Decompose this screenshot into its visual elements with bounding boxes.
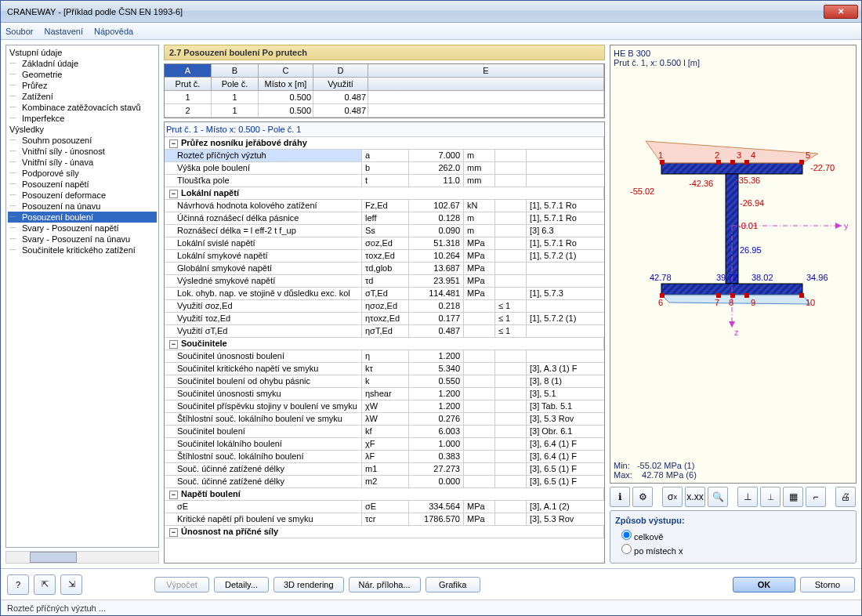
section-icon[interactable]: ⊥ bbox=[737, 487, 758, 507]
detail-row[interactable]: Globální smykové napětíτd,glob13.687MPa bbox=[165, 263, 604, 275]
calculate-button[interactable]: Výpočet bbox=[154, 577, 209, 592]
cancel-button[interactable]: Storno bbox=[800, 577, 855, 592]
detail-row[interactable]: Štíhlostní souč. lokálního bouleníλF0.38… bbox=[165, 451, 604, 463]
tree-item[interactable]: Vnitřní síly - únosnost bbox=[8, 146, 157, 157]
output-mode-byloc[interactable]: po místech x bbox=[621, 544, 851, 556]
group-header[interactable]: −Průřez nosníku jeřábové dráhy bbox=[165, 137, 604, 150]
column-header[interactable]: Místo x [m] bbox=[259, 78, 313, 91]
column-header[interactable] bbox=[368, 78, 604, 91]
detail-row[interactable]: Součinitel bouleníkf6.003[3] Obr. 6.1 bbox=[165, 426, 604, 438]
detail-row[interactable]: Tloušťka polet11.0mm bbox=[165, 175, 604, 187]
detail-row[interactable]: Výsledné smykové napětíτd23.951MPa bbox=[165, 275, 604, 288]
tree-item[interactable]: Průřez bbox=[8, 80, 157, 91]
svg-text:-22.70: -22.70 bbox=[810, 163, 835, 172]
tree-item[interactable]: Posouzení napětí bbox=[8, 179, 157, 190]
column-header[interactable]: Využití bbox=[313, 78, 368, 91]
detail-row[interactable]: Součinitel únosnosti smykuηshear1.200[3]… bbox=[165, 388, 604, 400]
info-icon[interactable]: ℹ bbox=[610, 487, 630, 507]
export-icon[interactable]: ⇲ bbox=[60, 574, 82, 595]
help-icon[interactable]: ? bbox=[7, 574, 29, 595]
tree-input-root[interactable]: Vstupní údaje bbox=[8, 47, 157, 58]
detail-row[interactable]: Využití τoz,Edητoxz,Ed0.177≤ 1[1], 5.7.2… bbox=[165, 313, 604, 325]
tree-item[interactable]: Posouzení boulení bbox=[8, 212, 157, 223]
values-icon[interactable]: x.xx bbox=[685, 487, 705, 507]
table-row[interactable]: 210.5000.487 bbox=[165, 104, 604, 118]
detail-row[interactable]: Návrhová hodnota kolového zatíženíFz,Ed1… bbox=[165, 200, 604, 212]
output-mode-total[interactable]: celkově bbox=[621, 530, 851, 542]
annex-button[interactable]: Nár. příloha... bbox=[349, 577, 421, 592]
detail-row[interactable]: Účinná roznášecí délka pásniceleff0.128m… bbox=[165, 212, 604, 225]
tree-results-root[interactable]: Výsledky bbox=[8, 124, 157, 135]
column-letter[interactable]: C bbox=[259, 64, 313, 78]
column-letter[interactable]: B bbox=[212, 64, 259, 78]
detail-row[interactable]: Součinitel příspěvku stojiny v boulení v… bbox=[165, 400, 604, 413]
tree-item[interactable]: Vnitřní síly - únava bbox=[8, 157, 157, 168]
tree-item[interactable]: Kombinace zatěžovacích stavů bbox=[8, 102, 157, 113]
sigma-icon[interactable]: σx bbox=[662, 487, 683, 507]
section-viewer[interactable]: HE B 300 Prut č. 1, x: 0.500 l [m] bbox=[610, 45, 857, 484]
column-letter[interactable]: E bbox=[368, 64, 604, 78]
tree-item[interactable]: Posouzení deformace bbox=[8, 190, 157, 201]
search-icon[interactable]: 🔍 bbox=[708, 487, 728, 507]
detail-row[interactable]: Součinitel boulení od ohybu pásnick0.550… bbox=[165, 375, 604, 388]
svg-marker-2 bbox=[646, 141, 818, 163]
menu-help[interactable]: Nápověda bbox=[94, 27, 133, 36]
detail-row[interactable]: Součinitel kritického napětí ve smykukτ5… bbox=[165, 363, 604, 375]
detail-row[interactable]: Lok. ohyb. nap. ve stojině v důsledku ex… bbox=[165, 288, 604, 300]
svg-text:2: 2 bbox=[715, 150, 719, 160]
import-icon[interactable]: ⇱ bbox=[34, 574, 56, 595]
tree-item[interactable]: Podporové síly bbox=[8, 168, 157, 179]
detail-row[interactable]: Rozteč příčných výztuha7.000m bbox=[165, 150, 604, 162]
tree-item[interactable]: Posouzení na únavu bbox=[8, 201, 157, 212]
ok-button[interactable]: OK bbox=[733, 577, 795, 592]
tree-item[interactable]: Geometrie bbox=[8, 69, 157, 80]
tree-item[interactable]: Svary - Posouzení na únavu bbox=[8, 234, 157, 245]
detail-row[interactable]: Štíhlostní souč. lokálního boulení ve sm… bbox=[165, 413, 604, 426]
detail-row[interactable]: Kritické napětí při boulení ve smykuτcr1… bbox=[165, 513, 604, 526]
tree-horizontal-scrollbar[interactable] bbox=[5, 551, 159, 563]
tree-item[interactable]: Svary - Posouzení napětí bbox=[8, 223, 157, 234]
axes-icon[interactable]: ⌐ bbox=[806, 487, 826, 507]
render3d-button[interactable]: 3D rendering bbox=[273, 577, 344, 592]
tree-item[interactable]: Součinitele kritického zatížení bbox=[8, 245, 157, 255]
detail-row[interactable]: Lokální svislé napětíσoz,Ed51.318MPa[1],… bbox=[165, 237, 604, 250]
tree-item[interactable]: Základní údaje bbox=[8, 58, 157, 69]
tree-item[interactable]: Zatížení bbox=[8, 91, 157, 102]
svg-text:6: 6 bbox=[658, 298, 663, 307]
column-letter[interactable]: D bbox=[313, 64, 368, 78]
svg-text:38.02: 38.02 bbox=[752, 273, 773, 282]
menu-settings[interactable]: Nastavení bbox=[44, 27, 83, 36]
detail-row[interactable]: Lokální smykové napětíτoxz,Ed10.264MPa[1… bbox=[165, 250, 604, 263]
column-header[interactable]: Prut č. bbox=[165, 78, 212, 91]
stress-icon[interactable]: ⚙ bbox=[632, 487, 653, 507]
svg-text:42.78: 42.78 bbox=[650, 273, 672, 282]
group-header[interactable]: −Součinitele bbox=[165, 338, 604, 350]
column-letter[interactable]: A bbox=[165, 64, 212, 78]
group-header[interactable]: −Únosnost na příčné síly bbox=[165, 526, 604, 538]
tree-item[interactable]: Imperfekce bbox=[8, 113, 157, 124]
column-header[interactable]: Pole č. bbox=[212, 78, 259, 91]
table-row[interactable]: 110.5000.487 bbox=[165, 91, 604, 104]
detail-row[interactable]: Součinitel únosnosti bouleníη1.200 bbox=[165, 350, 604, 363]
detail-row[interactable]: σEσE334.564MPa[3], A.1 (2) bbox=[165, 501, 604, 513]
details-button[interactable]: Detaily... bbox=[214, 577, 269, 592]
group-header[interactable]: −Napětí boulení bbox=[165, 488, 604, 501]
print-icon[interactable]: 🖨 bbox=[835, 487, 856, 507]
tree-item[interactable]: Souhrn posouzení bbox=[8, 135, 157, 146]
detail-row[interactable]: Součinitel lokálního bouleníχF1.000[3], … bbox=[165, 438, 604, 451]
close-button[interactable]: ✕ bbox=[824, 5, 858, 19]
group-header[interactable]: −Lokální napětí bbox=[165, 187, 604, 200]
detail-row[interactable]: Roznášecí délka = l eff-2 t f_upSs0.090m… bbox=[165, 225, 604, 237]
detail-row[interactable]: Výška pole bouleníb262.0mm bbox=[165, 162, 604, 175]
menu-file[interactable]: Soubor bbox=[5, 27, 33, 36]
detail-row[interactable]: Využití σoz,Edησoz,Ed0.218≤ 1 bbox=[165, 300, 604, 313]
svg-marker-5 bbox=[835, 223, 842, 229]
grid-icon[interactable]: ▦ bbox=[783, 487, 803, 507]
detail-row[interactable]: Souč. účinné zatížené délkym127.273[3], … bbox=[165, 463, 604, 476]
detail-row[interactable]: Souč. účinné zatížené délkym20.000[3], 6… bbox=[165, 476, 604, 488]
navigation-tree[interactable]: Vstupní údaje Základní údajeGeometriePrů… bbox=[5, 45, 159, 548]
detail-row[interactable]: Využití σT,EdησT,Ed0.487≤ 1 bbox=[165, 325, 604, 338]
detail-table[interactable]: Prut č. 1 - Místo x: 0.500 - Pole č. 1 −… bbox=[164, 121, 605, 563]
dimension-icon[interactable]: ⟂ bbox=[760, 487, 781, 507]
graphic-button[interactable]: Grafika bbox=[426, 577, 480, 592]
